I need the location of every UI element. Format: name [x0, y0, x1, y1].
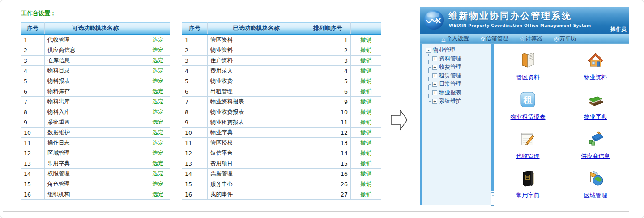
revoke-link[interactable]: 撤销: [360, 88, 371, 94]
column-header-available-modules: 可选功能模块名称: [45, 22, 146, 35]
select-link[interactable]: 选定: [153, 139, 164, 146]
revoke-link-cell: 撤销: [351, 45, 381, 56]
expand-box-icon[interactable]: +: [432, 56, 437, 61]
table-row: 15服务中心26撤销: [182, 179, 381, 189]
toolbar-item-mailbox[interactable]: ✿信箱管理: [480, 35, 508, 43]
seq-cell: 9: [182, 117, 208, 128]
books-stack-icon[interactable]: [586, 90, 606, 110]
toolbar-item-calendar[interactable]: ◎万年历: [554, 35, 576, 43]
revoke-link[interactable]: 撤销: [360, 77, 371, 84]
select-link[interactable]: 选定: [153, 88, 164, 94]
revoke-link[interactable]: 撤销: [360, 139, 371, 146]
seq-cell: 5: [21, 76, 45, 86]
select-link[interactable]: 选定: [153, 67, 164, 74]
supplier-book-icon[interactable]: [586, 129, 606, 149]
revoke-link[interactable]: 撤销: [360, 67, 371, 74]
module-link[interactable]: 区域管理: [584, 192, 607, 200]
select-link[interactable]: 选定: [153, 108, 164, 115]
revoke-link[interactable]: 撤销: [360, 36, 371, 43]
select-link-cell: 选定: [146, 107, 170, 117]
select-link[interactable]: 选定: [153, 119, 164, 125]
sort-order-cell: 2: [305, 45, 351, 56]
module-item[interactable]: 管区资料: [494, 51, 562, 90]
toolbar-item-personal-settings[interactable]: △个人设置: [441, 35, 469, 43]
select-link[interactable]: 选定: [153, 36, 164, 43]
expand-box-icon[interactable]: +: [432, 73, 437, 78]
tree-node[interactable]: +租赁管理: [429, 72, 493, 80]
revoke-link[interactable]: 撤销: [360, 180, 371, 187]
table-row: 3住户资料3撤销: [182, 56, 381, 66]
globe-flags-icon[interactable]: [586, 169, 606, 188]
module-item[interactable]: 代收管理: [494, 129, 562, 169]
select-link-cell: 选定: [146, 56, 170, 66]
seq-cell: 9: [21, 117, 45, 128]
table-row: 11操作日志选定: [21, 138, 170, 148]
tree-node[interactable]: +系统维护: [429, 97, 493, 106]
module-link[interactable]: 常用字典: [516, 192, 540, 200]
revoke-link[interactable]: 撤销: [360, 129, 371, 136]
revoke-link[interactable]: 撤销: [360, 47, 371, 53]
module-link[interactable]: 代收管理: [516, 152, 540, 160]
select-link[interactable]: 选定: [153, 150, 164, 156]
app-subtitle: WEIXIN Property Coordination Office Mana…: [449, 23, 591, 28]
rent-badge-icon[interactable]: 租: [518, 90, 538, 110]
select-link[interactable]: 选定: [153, 170, 164, 177]
select-link[interactable]: 选定: [153, 129, 164, 136]
select-link[interactable]: 选定: [153, 180, 164, 187]
module-link[interactable]: 管区资料: [516, 73, 540, 81]
module-link[interactable]: 供应商信息: [581, 152, 610, 160]
select-link-cell: 选定: [146, 158, 170, 169]
house-icon[interactable]: [586, 51, 606, 70]
revoke-link[interactable]: 撤销: [360, 191, 371, 197]
select-link-cell: 选定: [146, 138, 170, 148]
module-link[interactable]: 物业字典: [584, 113, 607, 121]
select-link[interactable]: 选定: [153, 77, 164, 84]
expand-box-icon[interactable]: +: [432, 99, 437, 104]
select-link[interactable]: 选定: [153, 98, 164, 105]
module-name-cell: 费用项目: [208, 158, 305, 169]
seq-cell: 2: [182, 45, 208, 56]
revoke-link[interactable]: 撤销: [360, 150, 371, 156]
tree-node[interactable]: +物业报表: [429, 89, 493, 97]
revoke-link[interactable]: 撤销: [360, 108, 371, 115]
revoke-link[interactable]: 撤销: [360, 160, 371, 167]
tree-node[interactable]: +收费管理: [429, 63, 493, 72]
seq-cell: 15: [182, 179, 208, 189]
select-link[interactable]: 选定: [153, 47, 164, 53]
module-name-cell: 常用字典: [45, 158, 146, 169]
module-name-cell: 物料库存: [45, 86, 146, 97]
black-book-icon[interactable]: [518, 169, 538, 188]
revoke-link-cell: 撤销: [351, 179, 381, 189]
module-name-cell: 供应商信息: [45, 45, 146, 56]
tree-node[interactable]: +资料管理: [429, 55, 493, 63]
module-item[interactable]: 物业资料: [562, 51, 629, 90]
revoke-link[interactable]: 撤销: [360, 98, 371, 105]
module-link[interactable]: 物业资料: [584, 73, 607, 81]
tree-node[interactable]: +日常管理: [429, 80, 493, 89]
select-link[interactable]: 选定: [153, 191, 164, 197]
expand-box-icon[interactable]: +: [432, 65, 437, 70]
module-item[interactable]: 常用字典: [494, 169, 562, 206]
module-link[interactable]: 物业租赁报表: [511, 113, 546, 121]
module-name-cell: 区域管理: [45, 148, 146, 158]
select-link[interactable]: 选定: [153, 160, 164, 167]
notepad-pencil-icon[interactable]: [518, 129, 538, 149]
collapse-box-icon[interactable]: -: [426, 48, 431, 53]
module-name-cell: 物业资料报表: [208, 97, 305, 107]
revoke-link[interactable]: 撤销: [360, 119, 371, 125]
expand-box-icon[interactable]: +: [432, 82, 437, 87]
table-row: 9系统重置选定: [21, 117, 170, 128]
module-item[interactable]: 区域管理: [562, 169, 629, 206]
revoke-link[interactable]: 撤销: [360, 57, 371, 64]
module-item[interactable]: 物业字典: [562, 90, 629, 129]
module-item[interactable]: 供应商信息: [562, 129, 629, 169]
tree-node-root[interactable]: - 物业管理: [426, 46, 493, 55]
revoke-link[interactable]: 撤销: [360, 170, 371, 177]
expand-box-icon[interactable]: +: [432, 90, 437, 95]
folder-book-icon[interactable]: [518, 51, 538, 70]
sort-order-cell: 9: [305, 97, 351, 107]
select-link[interactable]: 选定: [153, 57, 164, 64]
toolbar-item-calculator[interactable]: ☆计算器: [520, 35, 542, 43]
app-logo-icon: [423, 9, 444, 30]
module-item[interactable]: 租物业租赁报表: [494, 90, 562, 129]
